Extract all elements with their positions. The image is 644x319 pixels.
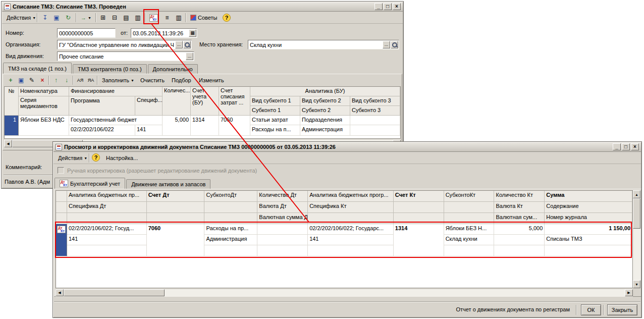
cell-cursum-kt[interactable] bbox=[494, 245, 545, 256]
movements-icon[interactable]: ▥ bbox=[132, 13, 143, 23]
tips-button[interactable]: Советы bbox=[187, 13, 220, 23]
column-header-subconto-dt[interactable]: СубконтоДт bbox=[204, 191, 257, 202]
organization-field[interactable]: ГУ "Областное управление по ликвидации Ч… bbox=[57, 40, 192, 49]
column-header-account-dt[interactable]: Счет Дт bbox=[147, 191, 205, 202]
search-icon[interactable] bbox=[183, 41, 191, 48]
cell-sub3[interactable] bbox=[350, 125, 400, 136]
delete-row-icon[interactable]: × bbox=[37, 75, 48, 85]
column-header-account-kt[interactable]: Счет Кт bbox=[394, 191, 444, 202]
column-header-nomenclature[interactable]: Номенклатура bbox=[19, 87, 69, 96]
settings-button[interactable]: Настройка... bbox=[103, 153, 141, 163]
cell-journal[interactable] bbox=[545, 245, 632, 256]
choose-button[interactable]: ... bbox=[186, 52, 193, 60]
column-header-spec[interactable]: Специф... bbox=[135, 96, 163, 116]
column-header-blank[interactable] bbox=[394, 202, 444, 213]
cell-program[interactable]: 02/2/202/106/022 bbox=[69, 125, 135, 136]
column-header-sub1[interactable]: Субконто 1 bbox=[250, 106, 300, 116]
cell-spec-kt[interactable]: 141 bbox=[308, 235, 394, 245]
cell-sub2[interactable]: Администрация bbox=[300, 125, 350, 136]
minimize-icon[interactable]: _ bbox=[374, 3, 383, 10]
column-header-blank[interactable] bbox=[308, 213, 394, 224]
search-icon[interactable] bbox=[391, 41, 398, 48]
column-header-sum[interactable]: Сумма bbox=[545, 191, 632, 202]
cell-account-kt[interactable]: 1314 bbox=[394, 224, 444, 256]
scrollbar-thumb[interactable] bbox=[64, 289, 165, 296]
posting-row[interactable]: ДтКт 02/2/202/106/022; Госуд... 141 7060… bbox=[56, 224, 632, 256]
tab-tmz-warehouse[interactable]: ТМЗ на складе (1 поз.) bbox=[3, 63, 72, 74]
cell-subconto-kt-2[interactable]: Склад кухни bbox=[444, 235, 495, 245]
cell-currency-dt[interactable] bbox=[257, 235, 308, 245]
scroll-left-icon[interactable]: ◀ bbox=[56, 289, 64, 296]
column-header-sub2[interactable]: Субконто 2 bbox=[300, 106, 350, 116]
column-header-blank[interactable] bbox=[67, 213, 147, 224]
column-header-selector[interactable] bbox=[56, 191, 67, 202]
column-header-currency-dt[interactable]: Валюта Дт bbox=[257, 202, 308, 213]
column-header-qty-kt[interactable]: Количество Кт bbox=[494, 191, 545, 202]
column-header-blank[interactable] bbox=[444, 213, 495, 224]
tab-tmz-counterparty[interactable]: ТМЗ контрагента (0 поз.) bbox=[73, 64, 147, 74]
scroll-up-icon[interactable]: ▲ bbox=[633, 190, 640, 198]
cell-content[interactable]: Списаны ТМЗ bbox=[545, 235, 632, 245]
cell-subconto-kt-1[interactable]: Яблоки БЕЗ Н... bbox=[444, 224, 495, 235]
tab-accounting[interactable]: ДтКт Бухгалтерский учет bbox=[55, 178, 125, 189]
close-icon[interactable]: × bbox=[393, 3, 401, 10]
cell-analytics-kt[interactable]: 02/2/202/106/022; Государс... bbox=[308, 224, 394, 235]
cell-sum[interactable]: 1 150,00 bbox=[545, 224, 632, 235]
help-icon[interactable]: ? bbox=[223, 14, 231, 22]
copy-icon[interactable]: ▣ bbox=[51, 13, 62, 23]
choose-button[interactable]: ... bbox=[175, 41, 183, 48]
cell-qty-dt[interactable] bbox=[257, 224, 308, 235]
report-structure-icon[interactable]: ≡ bbox=[162, 13, 173, 23]
column-header-qty[interactable]: Количес... bbox=[163, 87, 191, 116]
scroll-left-icon[interactable]: ◀ bbox=[4, 140, 12, 147]
row-selector[interactable]: 1 bbox=[5, 116, 19, 136]
clear-button[interactable]: Очистить bbox=[137, 75, 168, 85]
cell-writeoff-account[interactable]: 7060 bbox=[219, 116, 250, 136]
storage-field[interactable]: Склад кухни ... bbox=[248, 40, 399, 49]
move-down-icon[interactable]: ↓ bbox=[61, 75, 72, 85]
cell-financing[interactable]: Государственный бюджет bbox=[69, 116, 163, 125]
cell-blank[interactable] bbox=[204, 245, 257, 256]
post-document-icon[interactable]: ↧ bbox=[39, 13, 50, 23]
change-button[interactable]: Изменить bbox=[196, 75, 227, 85]
cell-subconto-dt-2[interactable]: Администрация bbox=[204, 235, 257, 245]
sort-descending-icon[interactable]: ЯА bbox=[85, 75, 96, 85]
horizontal-scrollbar[interactable]: ◀ ▶ bbox=[56, 289, 633, 297]
column-header-spec-kt[interactable]: Специфика Кт bbox=[308, 202, 394, 213]
values-list-icon[interactable]: ▥ bbox=[173, 13, 184, 23]
close-button[interactable]: Закрыть bbox=[607, 304, 637, 315]
cell-currency-kt[interactable] bbox=[494, 235, 545, 245]
scrollbar-thumb[interactable] bbox=[633, 198, 640, 229]
column-header-content[interactable]: Содержание bbox=[545, 202, 632, 213]
fill-menu-button[interactable]: Заполнить ▼ bbox=[99, 75, 137, 85]
column-header-blank[interactable] bbox=[56, 213, 67, 224]
add-row-icon[interactable]: + bbox=[5, 75, 16, 85]
column-header-account[interactable]: Счет учета (БУ) bbox=[191, 87, 219, 116]
tab-assets-movement[interactable]: Движение активов и запасов bbox=[126, 179, 210, 189]
number-field[interactable]: 00000000005 bbox=[57, 28, 116, 38]
column-header-num[interactable]: № bbox=[5, 87, 19, 116]
column-header-financing[interactable]: Финансирование bbox=[69, 87, 163, 96]
column-header-sub3[interactable]: Субконто 3 bbox=[350, 106, 400, 116]
cell-blank[interactable] bbox=[444, 245, 495, 256]
cell-qty-kt[interactable]: 5,000 bbox=[494, 224, 545, 235]
cell-nomenclature[interactable]: Яблоки БЕЗ НДС bbox=[19, 116, 69, 136]
cell-spec-dt[interactable]: 141 bbox=[67, 235, 147, 245]
column-header-analytics[interactable]: Аналитика (БУ) bbox=[250, 87, 400, 96]
calendar-icon[interactable]: ▦ bbox=[189, 29, 196, 37]
related-documents-icon[interactable]: ⊟ bbox=[109, 13, 120, 23]
refresh-icon[interactable]: ↻ bbox=[63, 13, 74, 23]
column-header-writeoff-account[interactable]: Счет списания затрат ... bbox=[219, 87, 250, 116]
cell-spec[interactable]: 141 bbox=[135, 125, 163, 136]
date-field[interactable]: 03.05.2013 11:39:26 ▦ bbox=[131, 28, 197, 38]
column-header-cursum-kt[interactable]: Валютная сум... bbox=[494, 213, 545, 224]
help-icon[interactable]: ? bbox=[92, 153, 100, 162]
ok-button[interactable]: ОК bbox=[581, 304, 601, 315]
cell-subtype2[interactable]: Подразделения bbox=[300, 116, 350, 125]
close-icon[interactable]: × bbox=[631, 143, 639, 150]
column-header-program[interactable]: Программа bbox=[69, 96, 135, 116]
movements-report-button[interactable]: Отчет о движениях документа по регистрам bbox=[453, 304, 573, 314]
goto-menu-button[interactable]: → ▼ bbox=[78, 13, 94, 23]
column-header-analytics-dt[interactable]: Аналитика бюджетных пр... bbox=[67, 191, 147, 202]
cell-account[interactable]: 1314 bbox=[191, 116, 219, 136]
